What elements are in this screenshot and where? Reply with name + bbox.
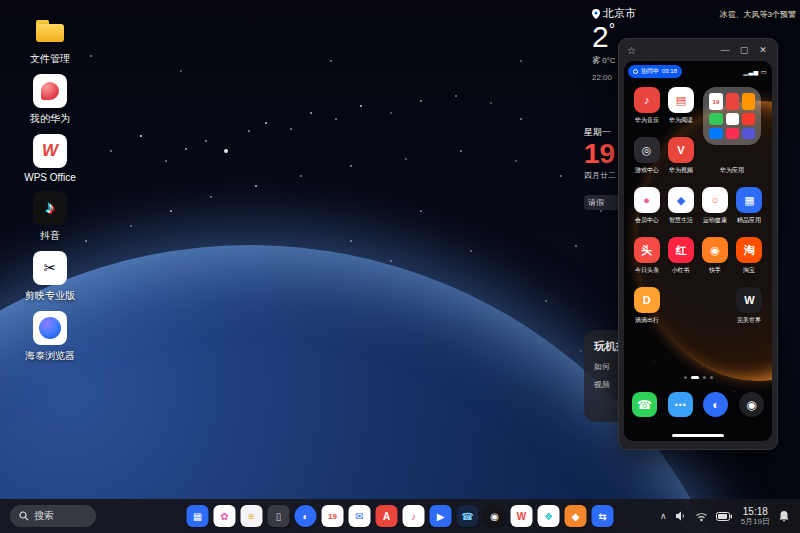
taskbar-gallery-icon[interactable]: ✿ (214, 505, 236, 527)
phone-app[interactable]: ▦精品应用 (734, 187, 765, 225)
taskbar-orange-app-icon[interactable]: ◆ (565, 505, 587, 527)
phone-app[interactable]: ◎游戏中心 (631, 137, 662, 175)
phone-app[interactable]: ○运动健康 (700, 187, 731, 225)
phone-window-titlebar: ☆ — ▢ ✕ (619, 39, 777, 61)
minimize-button[interactable]: — (719, 45, 731, 55)
taskbar-music-icon[interactable]: ♪ (403, 505, 425, 527)
taskbar-meetime-icon[interactable]: ☎ (457, 505, 479, 527)
dock-messages-icon[interactable]: ⋯ (668, 392, 693, 417)
phone-app[interactable]: ●会员中心 (631, 187, 662, 225)
tray-date: 5月19日 (741, 517, 770, 526)
taskbar-app-launcher-icon[interactable]: ▦ (187, 505, 209, 527)
taskbar-app-market-icon[interactable]: A (376, 505, 398, 527)
phone-app[interactable]: V华为视频 (665, 137, 696, 175)
taskbar-petal-maps-icon[interactable]: ❖ (538, 505, 560, 527)
page-dot (710, 376, 713, 379)
desktop-icon-haitai-browser[interactable]: 海泰浏览器 (14, 311, 86, 363)
phone-app[interactable]: W完美世界 (734, 287, 765, 325)
desktop-icon-label: 我的华为 (30, 112, 70, 126)
phone-app-icon: V (668, 137, 694, 163)
taskbar-multi-screen-icon[interactable]: ⇆ (592, 505, 614, 527)
collaboration-badge[interactable]: 协同中 03:18 (628, 65, 682, 78)
gesture-bar[interactable] (672, 434, 724, 437)
taskbar-camera-icon[interactable]: ◉ (484, 505, 506, 527)
phone-app[interactable]: ◉快手 (700, 237, 731, 275)
phone-mirror-window[interactable]: ☆ — ▢ ✕ 协同中 03:18 ▁▃▅ ▭ ♪华为音乐▤华为阅读19华为应用… (618, 38, 778, 450)
page-dot (684, 376, 687, 379)
phone-app[interactable]: ♪华为音乐 (631, 87, 662, 125)
phone-app-label: 运动健康 (703, 216, 727, 225)
phone-app-icon: ♪ (634, 87, 660, 113)
dock-browser-icon[interactable]: ◐ (703, 392, 728, 417)
weather-city-row: 北京市 (592, 6, 636, 21)
phone-app[interactable]: ▤华为阅读 (665, 87, 696, 125)
phone-app[interactable]: 头今日头条 (631, 237, 662, 275)
phone-app-grid: ♪华为音乐▤华为阅读19华为应用◎游戏中心V华为视频●会员中心◆智慧生活○运动健… (631, 87, 765, 325)
starfield (0, 0, 2, 2)
phone-app-label: 今日头条 (635, 266, 659, 275)
phone-app-label: 华为视频 (669, 166, 693, 175)
folder-mini-app: 19 (709, 93, 722, 110)
notification-bell-icon[interactable] (778, 510, 790, 522)
desktop-icon-label: 剪映专业版 (25, 289, 75, 303)
page-dot (691, 376, 699, 379)
phone-app-label: 完美世界 (737, 316, 761, 325)
battery-icon[interactable] (716, 512, 733, 521)
dock-camera-icon[interactable]: ◉ (739, 392, 764, 417)
taskbar: 搜索 ▦✿≡▯◐19✉A♪▶☎◉W❖◆⇆ ∧ 15:18 5月19日 (0, 499, 800, 533)
phone-app[interactable]: D滴滴出行 (631, 287, 662, 325)
resize-button[interactable]: ▢ (738, 45, 750, 55)
taskbar-notepad-icon[interactable]: ≡ (241, 505, 263, 527)
phone-app-icon: D (634, 287, 660, 313)
desktop-icon-list: 文件管理我的华为WWPS Office♪抖音✂剪映专业版海泰浏览器 (14, 14, 86, 363)
folder-mini-app (742, 128, 755, 139)
taskbar-video-icon[interactable]: ▶ (430, 505, 452, 527)
dock-phone-icon[interactable]: ☎ (632, 392, 657, 417)
taskbar-email-icon[interactable]: ✉ (349, 505, 371, 527)
desktop-icon-wps-office[interactable]: WWPS Office (14, 134, 86, 183)
phone-app[interactable]: 红小红书 (665, 237, 696, 275)
phone-app-icon: 红 (668, 237, 694, 263)
location-pin-icon (592, 9, 600, 19)
taskbar-recycle-bin-icon[interactable]: ▯ (268, 505, 290, 527)
phone-app-label: 滴滴出行 (635, 316, 659, 325)
phone-app[interactable]: 淘淘宝 (734, 237, 765, 275)
folder-icon: 19 (703, 87, 761, 145)
wifi-icon[interactable] (695, 511, 708, 522)
phone-app-icon: ▦ (736, 187, 762, 213)
phone-status-time: 03:18 (662, 68, 677, 74)
phone-app-icon: 淘 (736, 237, 762, 263)
chevron-up-icon[interactable]: ∧ (660, 511, 667, 521)
desktop-icon-label: 文件管理 (30, 52, 70, 66)
desktop-icon-my-huawei[interactable]: 我的华为 (14, 74, 86, 126)
wps-office-glyph: W (42, 141, 58, 161)
volume-icon[interactable] (675, 510, 687, 522)
close-button[interactable]: ✕ (757, 45, 769, 55)
desktop-icon-label: 抖音 (40, 229, 60, 243)
page-indicator (624, 376, 772, 379)
search-bar[interactable]: 搜索 (10, 505, 96, 527)
taskbar-wps-office-icon[interactable]: W (511, 505, 533, 527)
collaboration-label: 协同中 (641, 67, 659, 76)
douyin-glyph: ♪ (46, 198, 55, 218)
page-dot (703, 376, 706, 379)
phone-starfield (624, 61, 625, 62)
weather-city: 北京市 (603, 6, 636, 21)
my-huawei-icon (33, 74, 67, 108)
clock[interactable]: 15:18 5月19日 (741, 506, 770, 527)
haitai-browser-icon (33, 311, 67, 345)
phone-folder[interactable]: 19华为应用 (700, 87, 766, 175)
taskbar-calendar-icon[interactable]: 19 (322, 505, 344, 527)
phone-app-label: 华为音乐 (635, 116, 659, 125)
phone-app[interactable]: ◆智慧生活 (665, 187, 696, 225)
taskbar-browser-icon[interactable]: ◐ (295, 505, 317, 527)
desktop-icon-jianying[interactable]: ✂剪映专业版 (14, 251, 86, 303)
weather-alert[interactable]: 冰雹、大风等3个预警 (720, 9, 796, 20)
phone-app-label: 快手 (709, 266, 721, 275)
phone-app-icon: ● (634, 187, 660, 213)
desktop-icon-douyin[interactable]: ♪抖音 (14, 191, 86, 243)
desktop-icon-file-manager[interactable]: 文件管理 (14, 14, 86, 66)
folder-mini-app (726, 113, 739, 124)
jianying-glyph: ✂ (44, 259, 57, 277)
pin-icon[interactable]: ☆ (627, 45, 636, 56)
